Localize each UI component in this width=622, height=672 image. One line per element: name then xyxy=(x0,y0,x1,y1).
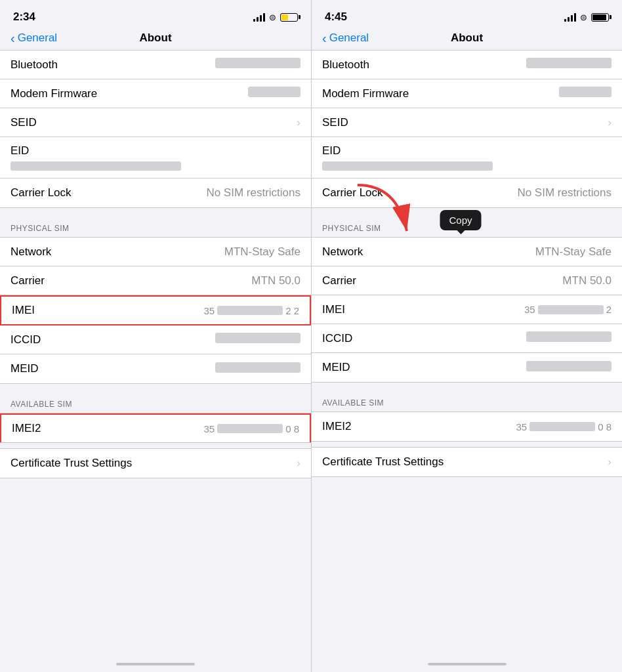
label-imei2-right: IMEI2 xyxy=(322,420,351,433)
page-title-left: About xyxy=(139,32,171,45)
row-meid-left[interactable]: MEID xyxy=(0,354,311,383)
row-imei-left[interactable]: IMEI 35 2 2 xyxy=(0,295,311,326)
value-eid-left xyxy=(10,161,181,171)
label-cert-left: Certificate Trust Settings xyxy=(10,457,132,470)
home-bar-left xyxy=(116,663,195,665)
section-cert-left: Certificate Trust Settings › xyxy=(0,448,311,478)
value-imei-right: 35 2 xyxy=(524,304,612,315)
label-iccid-right: ICCID xyxy=(322,332,352,345)
label-network-left: Network xyxy=(10,245,51,259)
page-title-right: About xyxy=(451,32,483,45)
chevron-cert-left: › xyxy=(297,457,301,470)
label-eid-right: EID xyxy=(322,144,341,158)
right-panel: 4:45 ⊜ ‹ General About Bluetooth xyxy=(311,0,622,672)
value-network-right: MTN-Stay Safe xyxy=(368,245,612,259)
value-eid-right xyxy=(322,161,493,171)
home-indicator-right xyxy=(312,658,622,672)
label-seid-right: SEID xyxy=(322,116,348,129)
row-iccid-left[interactable]: ICCID xyxy=(0,326,311,354)
row-carrier-right[interactable]: Carrier MTN 50.0 xyxy=(312,266,622,295)
label-modem-left: Modem Firmware xyxy=(10,87,97,100)
label-carrier-lock-right: Carrier Lock xyxy=(322,186,383,200)
label-meid-left: MEID xyxy=(10,362,39,375)
row-modem-left[interactable]: Modem Firmware xyxy=(0,79,311,108)
row-bluetooth-left[interactable]: Bluetooth xyxy=(0,51,311,79)
value-imei-left: 35 2 2 xyxy=(203,305,299,316)
back-chevron-icon-right: ‹ xyxy=(322,32,327,45)
home-bar-right xyxy=(428,663,507,665)
row-eid-right[interactable]: EID xyxy=(312,137,622,178)
value-meid-right xyxy=(356,361,612,375)
row-modem-right[interactable]: Modem Firmware xyxy=(312,79,622,108)
section-top-left: Bluetooth Modem Firmware SEID › EID C xyxy=(0,50,311,208)
row-imei-right[interactable]: IMEI 35 2 xyxy=(312,295,622,324)
section-header-available-right: AVAILABLE SIM xyxy=(312,388,622,411)
value-carrier-lock-left: No SIM restrictions xyxy=(77,186,301,200)
label-cert-right: Certificate Trust Settings xyxy=(322,455,444,469)
copy-tooltip: Copy xyxy=(440,210,482,230)
value-bluetooth-left xyxy=(63,58,301,72)
row-network-left[interactable]: Network MTN-Stay Safe xyxy=(0,238,311,266)
chevron-cert-right: › xyxy=(608,455,612,469)
value-modem-right xyxy=(414,87,612,100)
row-cert-left[interactable]: Certificate Trust Settings › xyxy=(0,449,311,478)
value-modem-left xyxy=(102,87,301,100)
label-carrier-right: Carrier xyxy=(322,274,356,287)
row-iccid-right[interactable]: ICCID xyxy=(312,324,622,353)
home-indicator-left xyxy=(0,658,311,672)
value-carrier-left: MTN 50.0 xyxy=(50,274,301,287)
row-bluetooth-right[interactable]: Bluetooth xyxy=(312,51,622,79)
back-button-left[interactable]: ‹ General xyxy=(10,32,57,45)
label-modem-right: Modem Firmware xyxy=(322,87,409,100)
value-carrier-right: MTN 50.0 xyxy=(362,274,612,287)
section-header-physical-left: PHYSICAL SIM xyxy=(0,213,311,237)
row-cert-right[interactable]: Certificate Trust Settings › xyxy=(312,448,622,476)
wifi-icon-left: ⊜ xyxy=(269,12,276,22)
row-carrier-lock-right[interactable]: Carrier Lock No SIM restrictions xyxy=(312,178,622,207)
row-carrier-left[interactable]: Carrier MTN 50.0 xyxy=(0,266,311,295)
label-bluetooth-right: Bluetooth xyxy=(322,58,369,72)
section-cert-right: Certificate Trust Settings › xyxy=(312,447,622,477)
chevron-seid-right: › xyxy=(608,116,612,129)
row-imei2-right[interactable]: IMEI2 35 0 8 xyxy=(312,412,622,441)
label-carrier-lock-left: Carrier Lock xyxy=(10,186,72,200)
back-button-right[interactable]: ‹ General xyxy=(322,32,369,45)
section-physical-right: Network MTN-Stay Safe Copy xyxy=(312,237,622,383)
content-left: Bluetooth Modem Firmware SEID › EID C xyxy=(0,50,311,658)
back-chevron-icon-left: ‹ xyxy=(10,32,15,45)
value-iccid-left xyxy=(46,333,301,346)
label-eid-left: EID xyxy=(10,144,29,158)
status-icons-left: ⊜ xyxy=(253,12,298,22)
copy-label: Copy xyxy=(449,215,472,226)
label-carrier-left: Carrier xyxy=(10,274,45,287)
row-carrier-lock-left[interactable]: Carrier Lock No SIM restrictions xyxy=(0,178,311,207)
status-bar-right: 4:45 ⊜ xyxy=(312,0,622,29)
row-seid-left[interactable]: SEID › xyxy=(0,108,311,137)
row-network-right[interactable]: Network MTN-Stay Safe Copy xyxy=(312,238,622,266)
back-label-left: General xyxy=(18,32,57,45)
value-network-left: MTN-Stay Safe xyxy=(56,245,301,259)
left-panel: 2:34 ⊜ ‹ General About Bluetooth xyxy=(0,0,311,672)
status-icons-right: ⊜ xyxy=(564,12,609,22)
row-imei2-left[interactable]: IMEI2 35 0 8 xyxy=(0,413,311,442)
label-network-right: Network xyxy=(322,245,363,259)
value-imei2-right: 35 0 8 xyxy=(516,421,612,432)
value-iccid-right xyxy=(358,331,612,345)
row-eid-left[interactable]: EID xyxy=(0,137,311,178)
label-imei-left: IMEI xyxy=(12,304,35,317)
value-meid-left xyxy=(44,362,301,376)
label-meid-right: MEID xyxy=(322,361,350,374)
label-imei2-left: IMEI2 xyxy=(12,422,41,435)
label-imei-right: IMEI xyxy=(322,303,345,316)
row-meid-right[interactable]: MEID xyxy=(312,353,622,382)
battery-icon-left xyxy=(280,13,298,22)
row-seid-right[interactable]: SEID › xyxy=(312,108,622,137)
section-physical-left: Network MTN-Stay Safe Carrier MTN 50.0 I… xyxy=(0,237,311,384)
section-top-right: Bluetooth Modem Firmware SEID › EID C xyxy=(312,50,622,208)
value-carrier-lock-right: No SIM restrictions xyxy=(388,186,612,200)
signal-icon-left xyxy=(253,13,265,22)
label-seid-left: SEID xyxy=(10,116,37,129)
content-right: Bluetooth Modem Firmware SEID › EID C xyxy=(312,50,622,658)
section-header-available-left: AVAILABLE SIM xyxy=(0,389,311,413)
nav-bar-right: ‹ General About xyxy=(312,29,622,50)
